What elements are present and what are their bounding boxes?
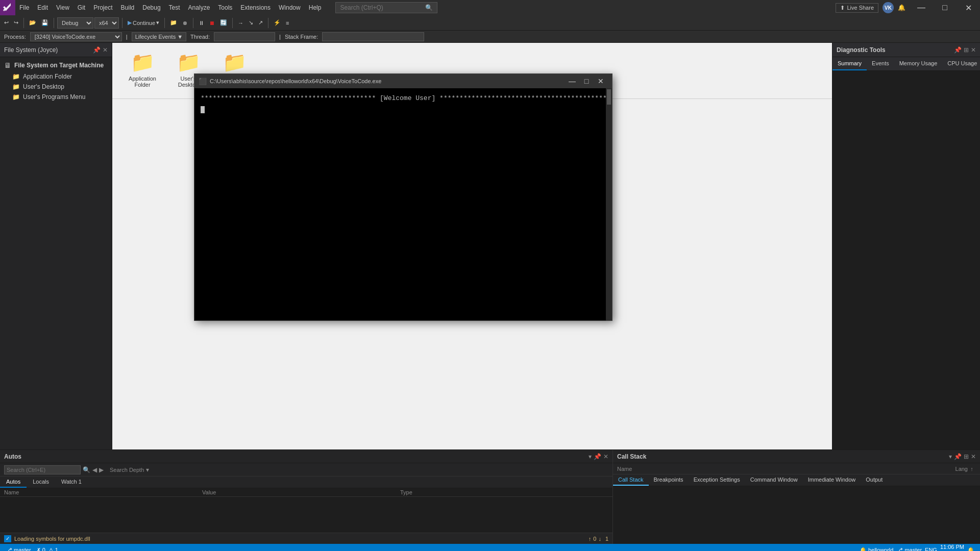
user-programs-menu-item[interactable]: 📁 User's Programs Menu [0,92,112,102]
menu-analyze[interactable]: Analyze [184,0,214,15]
application-folder-item[interactable]: 📁 Application Folder [0,71,112,82]
breakpoints-tab[interactable]: Breakpoints [649,474,689,486]
menu-search-input[interactable] [340,4,425,11]
threads-button[interactable]: ≡ [284,17,291,29]
terminal-maximize-button[interactable]: □ [579,74,594,88]
diag-tab-summary[interactable]: Summary [832,57,867,70]
terminal-scrollbar[interactable] [606,88,612,320]
diag-tab-cpu[interactable]: CPU Usage [942,57,980,70]
thread-input[interactable] [214,32,275,41]
close-button[interactable]: ✕ [957,0,980,15]
live-share-button[interactable]: ⬆ VoiceToCode Live Share [836,3,878,13]
menu-view[interactable]: View [52,0,74,15]
scroll-up-cs[interactable]: ↑ [968,466,976,472]
folder-icon-3: 📁 [12,93,20,101]
terminal-close-button[interactable]: ✕ [594,74,608,88]
pin-cs-icon[interactable]: 📌 [954,453,962,460]
diag-tab-events[interactable]: Events [867,57,894,70]
encoding-status[interactable]: ENG [923,544,939,551]
stack-frame-input[interactable] [322,32,424,41]
step-out-button[interactable]: ↗ [256,17,265,29]
parallel-stacks-button[interactable]: ⚡ [272,17,283,29]
dropdown-cs-icon[interactable]: ▾ [949,453,952,460]
close-autos-icon[interactable]: ✕ [603,453,608,460]
computer-icon: 🖥 [4,61,11,69]
error-status[interactable]: ✗ 0 [35,544,47,551]
bell-icon[interactable]: 🔔 [898,4,905,11]
save-button[interactable]: 💾 [39,17,51,29]
maximize-button[interactable]: □ [933,0,957,15]
expand-diag-icon[interactable]: ⊞ [964,46,969,54]
next-result-icon[interactable]: ▶ [99,466,104,473]
process-select[interactable]: [3240] VoiceToCode.exe [30,32,122,41]
menu-test[interactable]: Test [165,0,184,15]
menu-project[interactable]: Project [89,0,116,15]
notification-button[interactable]: 🔔 [966,544,976,551]
stop-button[interactable]: ⏹ [207,17,217,29]
undo-button[interactable]: ↩ [2,17,11,29]
clock-status[interactable]: 11:06 PM 21-07-2021 [939,544,966,551]
menu-help[interactable]: Help [305,0,326,15]
redo-button[interactable]: ↪ [12,17,20,29]
error-count-value: 0 [593,536,596,542]
autos-search-row: 🔍 ◀ ▶ Search Depth ▾ [0,463,612,477]
pin-icon[interactable]: 📌 [93,46,101,54]
menu-git[interactable]: Git [74,0,89,15]
warning-status[interactable]: ⚠ 1 [47,544,60,551]
continue-button[interactable]: ▶ Continue ▾ [126,17,161,29]
minimize-button[interactable]: — [910,0,933,15]
pause-button[interactable]: ⏸ [197,17,206,29]
branch-status-right[interactable]: ⎇ master [895,544,923,551]
diag-tab-memory[interactable]: Memory Usage [894,57,943,70]
call-stack-tab[interactable]: Call Stack [613,474,649,486]
dropdown-autos-icon[interactable]: ▾ [589,453,592,460]
exception-settings-tab[interactable]: Exception Settings [689,474,745,486]
pin-autos-icon[interactable]: 📌 [594,453,601,460]
menu-edit[interactable]: Edit [33,0,52,15]
debug-config-select[interactable]: Debug Release [57,17,93,29]
menu-search-box[interactable]: 🔍 [335,2,437,13]
close-diag-icon[interactable]: ✕ [971,46,976,54]
user-desktop-item[interactable]: 📁 User's Desktop [0,82,112,92]
output-tab[interactable]: Output [861,474,888,486]
loading-message: Loading symbols for umpdc.dll [14,536,90,542]
prev-result-icon[interactable]: ◀ [92,466,97,473]
file-system-tab-close[interactable]: ✕ [103,46,108,54]
folder-item-app[interactable]: 📁 Application Folder [125,51,160,88]
locals-tab[interactable]: Locals [27,477,55,488]
menu-debug[interactable]: Debug [138,0,164,15]
menu-window[interactable]: Window [275,0,305,15]
call-stack-header: Call Stack ▾ 📌 ⊞ ✕ [613,450,980,463]
close-cs-icon[interactable]: ✕ [971,453,976,460]
record-button[interactable]: ⏺ [180,17,190,29]
command-window-tab[interactable]: Command Window [745,474,803,486]
menu-build[interactable]: Build [117,0,139,15]
git-status[interactable]: ⎇ master [4,544,33,551]
open-file-button[interactable]: 📂 [27,17,38,29]
platform-select[interactable]: x64 x86 [94,17,119,29]
expand-cs-icon[interactable]: ⊞ [964,453,969,460]
search-depth-dropdown[interactable]: ▾ [146,466,149,473]
immediate-window-tab[interactable]: Immediate Window [803,474,861,486]
autos-search-input[interactable] [4,465,81,474]
step-into-button[interactable]: ↘ [247,17,255,29]
autos-tab[interactable]: Autos [0,477,27,488]
pin-diag-icon[interactable]: 📌 [954,46,962,54]
watch-1-tab[interactable]: Watch 1 [55,477,88,488]
step-over-button[interactable]: → [236,17,246,29]
user-avatar[interactable]: VK [883,2,894,13]
root-machine[interactable]: 🖥 File System on Target Machine [0,59,112,71]
open-folder-button[interactable]: 📁 [168,17,179,29]
menu-tools[interactable]: Tools [214,0,236,15]
menu-extensions[interactable]: Extensions [236,0,275,15]
terminal-content[interactable]: ****************************************… [194,88,612,320]
restart-button[interactable]: 🔄 [218,17,229,29]
menu-file[interactable]: File [15,0,33,15]
terminal-minimize-button[interactable]: — [565,74,579,88]
terminal-scroll-thumb[interactable] [607,89,611,105]
search-autos-icon[interactable]: 🔍 [83,466,90,473]
branch-name: master [14,547,31,551]
search-icon: 🔍 [425,4,433,11]
project-status[interactable]: 🔔 helloworld [858,544,895,551]
lifecycle-button[interactable]: Lifecycle Events ▼ [132,32,186,41]
